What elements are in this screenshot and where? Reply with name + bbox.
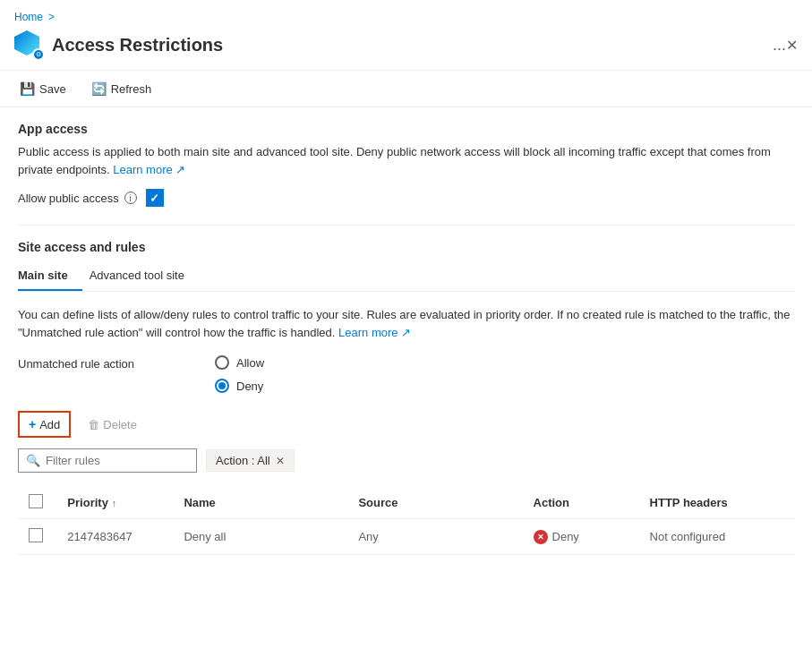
save-button[interactable]: 💾 Save	[14, 78, 72, 99]
app-access-title: App access	[18, 122, 794, 136]
breadcrumb-separator: >	[48, 11, 55, 23]
filter-search-icon: 🔍	[26, 454, 40, 467]
priority-sort-icon: ↑	[111, 498, 116, 508]
radio-allow-indicator	[215, 355, 229, 370]
radio-deny-label: Deny	[236, 380, 263, 393]
trash-icon: 🗑	[88, 418, 99, 431]
page-title: Access Restrictions	[52, 35, 764, 55]
site-access-learn-more[interactable]: Learn more ↗	[338, 326, 411, 339]
action-toolbar: + Add 🗑 Delete	[18, 411, 794, 438]
section-divider	[18, 225, 794, 226]
table-header: Priority ↑ Name Source Action	[18, 487, 794, 519]
page-container: Home > Access Restrictions ... ✕ 💾 Save …	[0, 0, 812, 657]
delete-button[interactable]: 🗑 Delete	[78, 413, 147, 437]
toolbar: 💾 Save 🔄 Refresh	[0, 71, 812, 107]
row-name: Deny all	[173, 519, 347, 555]
unmatched-rule-label: Unmatched rule action	[18, 355, 161, 371]
deny-icon	[534, 530, 548, 544]
app-icon	[14, 30, 43, 59]
breadcrumb: Home >	[0, 0, 812, 27]
filter-row: 🔍 Action : All ✕	[18, 448, 794, 473]
deny-label: Deny	[552, 530, 579, 543]
site-access-tabs: Main site Advanced tool site	[18, 261, 794, 292]
add-button[interactable]: + Add	[18, 411, 71, 438]
action-badge-label: Action : All	[216, 454, 270, 467]
table-body: 2147483647 Deny all Any Deny Not configu…	[18, 519, 794, 555]
action-filter-badge: Action : All ✕	[206, 449, 295, 472]
radio-deny[interactable]: Deny	[215, 379, 264, 393]
allow-public-access-row: Allow public access i	[18, 189, 794, 207]
th-select-all[interactable]	[18, 487, 56, 519]
row-http-headers: Not configured	[639, 519, 794, 555]
app-access-learn-more[interactable]: Learn more ↗	[113, 163, 185, 176]
breadcrumb-home[interactable]: Home	[14, 11, 43, 23]
tab-advanced-tool-site[interactable]: Advanced tool site	[90, 261, 199, 291]
plus-icon: +	[29, 417, 36, 431]
row-checkbox-cell[interactable]	[18, 519, 56, 555]
refresh-icon: 🔄	[91, 81, 107, 96]
row-checkbox[interactable]	[29, 528, 43, 542]
th-action[interactable]: Action	[523, 487, 639, 519]
row-action: Deny	[523, 519, 639, 555]
select-all-checkbox[interactable]	[29, 494, 43, 508]
radio-deny-indicator	[215, 379, 229, 393]
rules-table: Priority ↑ Name Source Action	[18, 487, 794, 555]
allow-public-access-label: Allow public access i	[18, 192, 137, 205]
refresh-button[interactable]: 🔄 Refresh	[86, 78, 158, 99]
filter-input-wrap[interactable]: 🔍	[18, 448, 197, 473]
row-source: Any	[347, 519, 522, 555]
radio-allow-label: Allow	[236, 356, 264, 370]
th-name[interactable]: Name	[173, 487, 347, 519]
delete-label: Delete	[103, 418, 137, 431]
th-source[interactable]: Source	[347, 487, 522, 519]
row-priority: 2147483647	[56, 519, 173, 555]
allow-public-access-info-icon[interactable]: i	[124, 192, 137, 204]
site-access-title: Site access and rules	[18, 240, 794, 254]
site-access-description: You can define lists of allow/deny rules…	[18, 306, 794, 341]
app-access-section: App access Public access is applied to b…	[18, 122, 794, 207]
more-options-icon[interactable]: ...	[773, 36, 786, 55]
unmatched-rule-radio-group: Allow Deny	[215, 355, 264, 393]
refresh-label: Refresh	[111, 82, 152, 96]
th-priority[interactable]: Priority ↑	[56, 487, 173, 519]
tab-main-site[interactable]: Main site	[18, 261, 82, 291]
header: Access Restrictions ... ✕	[0, 27, 812, 71]
save-icon: 💾	[20, 81, 35, 96]
th-http-headers[interactable]: HTTP headers	[639, 487, 794, 519]
filter-input[interactable]	[46, 454, 180, 467]
save-label: Save	[39, 82, 66, 96]
main-content: App access Public access is applied to b…	[0, 107, 812, 569]
close-button[interactable]: ✕	[786, 37, 798, 54]
clear-action-filter-button[interactable]: ✕	[276, 455, 285, 467]
table-row: 2147483647 Deny all Any Deny Not configu…	[18, 519, 794, 555]
deny-badge: Deny	[534, 530, 628, 544]
app-access-description: Public access is applied to both main si…	[18, 143, 794, 178]
unmatched-rule-row: Unmatched rule action Allow Deny	[18, 355, 794, 393]
allow-public-access-checkbox[interactable]	[146, 189, 164, 207]
add-label: Add	[39, 418, 60, 431]
site-access-section: Site access and rules Main site Advanced…	[18, 240, 794, 555]
radio-allow[interactable]: Allow	[215, 355, 264, 370]
